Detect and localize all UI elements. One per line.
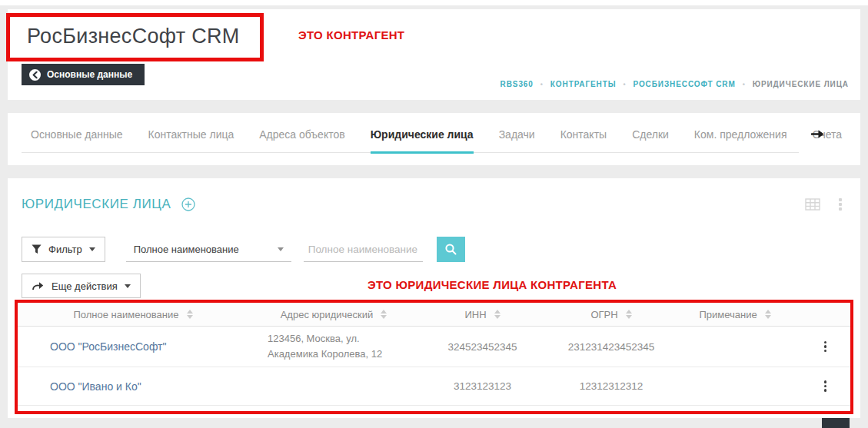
filter-field-value: Полное наименование: [134, 244, 239, 255]
cell-actions: [793, 339, 850, 355]
tabs-overflow-arrow-icon[interactable]: [811, 128, 825, 142]
column-header-label: Адрес юридический: [281, 309, 374, 320]
filter-button-label: Фильтр: [48, 244, 82, 255]
section-tools: [805, 197, 843, 212]
column-header-legal-address[interactable]: Адрес юридический: [248, 309, 419, 320]
row-menu-icon[interactable]: [822, 378, 830, 394]
cell-ogrn: 12312312312: [546, 380, 677, 392]
search-button[interactable]: [437, 237, 465, 262]
page-title: РосБизнесСофт CRM: [27, 25, 240, 48]
breadcrumb-current: ЮРИДИЧЕСКИЕ ЛИЦА: [753, 80, 849, 88]
column-header-ogrn[interactable]: ОГРН: [546, 309, 677, 320]
row-menu-icon[interactable]: [822, 339, 830, 355]
chevron-down-icon: [278, 247, 284, 251]
arrow-redo-icon: [32, 280, 45, 291]
column-header-label: ИНН: [464, 309, 486, 320]
tab-deals[interactable]: Сделки: [632, 128, 669, 152]
tab-bar: Основные данные Контактные лица Адреса о…: [22, 113, 799, 153]
annotation-box-title: РосБизнесСофт CRM: [6, 13, 264, 61]
column-header-inn[interactable]: ИНН: [419, 309, 546, 320]
column-header-note[interactable]: Примечание: [677, 309, 793, 320]
scroll-top-button[interactable]: [822, 418, 850, 428]
breadcrumb: RBS360 КОНТРАГЕНТЫ РОСБИЗНЕССОФТ CRM ЮРИ…: [501, 80, 849, 88]
sort-arrows-icon: [494, 310, 501, 319]
column-header-full-name[interactable]: Полное наименование: [18, 309, 248, 320]
tab-main-data[interactable]: Основные данные: [31, 128, 123, 152]
cell-full-name: ООО "РосБизнесСофт": [18, 340, 248, 353]
legal-entity-link[interactable]: ООО "Ивано и Ко": [50, 380, 141, 393]
table-header-row: Полное наименование Адрес юридический ИН…: [18, 303, 850, 327]
breadcrumb-contractor-name[interactable]: РОСБИЗНЕССОФТ CRM: [633, 80, 735, 88]
annotation-legal-entities: ЭТО ЮРИДИЧЕСКИЕ ЛИЦА КОНТРАГЕНТА: [367, 278, 617, 291]
breadcrumb-separator: [743, 80, 746, 88]
breadcrumb-home[interactable]: RBS360: [501, 80, 534, 88]
filter-field-select[interactable]: Полное наименование: [126, 237, 291, 262]
circle-arrow-left-icon: [29, 69, 41, 81]
tabs-card: Основные данные Контактные лица Адреса о…: [8, 113, 860, 165]
section-header: ЮРИДИЧЕСКИЕ ЛИЦА: [8, 178, 860, 212]
cell-legal-address: 123456, Москва, ул. Академика Королева, …: [248, 331, 419, 362]
search-icon: [444, 243, 457, 256]
table-row: ООО "РосБизнесСофт" 123456, Москва, ул. …: [18, 327, 850, 367]
section-title: ЮРИДИЧЕСКИЕ ЛИЦА: [22, 197, 171, 212]
funnel-icon: [32, 244, 42, 254]
tab-contact-persons[interactable]: Контактные лица: [148, 128, 234, 152]
actions-row: Еще действия ЭТО ЮРИДИЧЕСКИЕ ЛИЦА КОНТРА…: [22, 274, 860, 298]
filter-row: Фильтр Полное наименование: [22, 237, 860, 262]
search-input[interactable]: [304, 237, 423, 262]
cell-full-name: ООО "Ивано и Ко": [18, 380, 248, 393]
sort-arrows-icon: [626, 310, 632, 319]
column-header-label: ОГРН: [590, 309, 617, 320]
back-to-main-data-button[interactable]: Основные данные: [22, 64, 145, 85]
tab-commercial-offers[interactable]: Ком. предложения: [694, 128, 787, 152]
filter-button[interactable]: Фильтр: [22, 237, 105, 262]
section-menu-icon[interactable]: [837, 197, 843, 212]
crm-page: РосБизнесСофт CRM ЭТО КОНТРАГЕНТ Основны…: [0, 0, 868, 428]
tab-legal-entities[interactable]: Юридические лица: [371, 128, 474, 154]
add-legal-entity-icon[interactable]: [181, 197, 195, 211]
annotation-contractor: ЭТО КОНТРАГЕНТ: [298, 28, 404, 41]
cell-inn: 324523452345: [419, 341, 546, 353]
breadcrumb-contractors[interactable]: КОНТРАГЕНТЫ: [550, 80, 617, 88]
chevron-down-icon: [125, 284, 131, 288]
more-actions-button[interactable]: Еще действия: [22, 274, 141, 298]
sort-arrows-icon: [381, 310, 387, 319]
sort-arrows-icon: [765, 310, 771, 319]
breadcrumb-separator: [540, 80, 544, 88]
cell-actions: [793, 378, 850, 394]
grid-view-icon[interactable]: [805, 198, 820, 211]
cell-inn: 3123123123: [419, 380, 546, 392]
tab-tasks[interactable]: Задачи: [499, 128, 535, 152]
sort-arrows-icon: [187, 310, 193, 319]
more-actions-label: Еще действия: [52, 280, 118, 292]
breadcrumb-separator: [623, 80, 626, 88]
legal-entities-card: ЮРИДИЧЕСКИЕ ЛИЦА Фильтр Полное наимено: [8, 178, 860, 418]
column-header-label: Полное наименование: [73, 309, 178, 320]
table-row: ООО "Ивано и Ко" 3123123123 12312312312: [18, 367, 850, 406]
tab-object-addresses[interactable]: Адреса объектов: [259, 128, 344, 152]
tab-contacts[interactable]: Контакты: [560, 128, 607, 152]
chevron-down-icon: [89, 247, 95, 251]
top-strip: [0, 0, 868, 5]
header-card: РосБизнесСофт CRM ЭТО КОНТРАГЕНТ Основны…: [8, 9, 860, 100]
cell-ogrn: 231231423452345: [546, 341, 677, 353]
legal-entity-link[interactable]: ООО "РосБизнесСофт": [50, 340, 166, 353]
back-button-label: Основные данные: [47, 69, 132, 80]
column-header-label: Примечание: [699, 309, 757, 320]
address-text: 123456, Москва, ул. Академика Королева, …: [268, 331, 400, 362]
annotation-box-table: Полное наименование Адрес юридический ИН…: [15, 300, 853, 414]
table-filler: [18, 406, 850, 411]
